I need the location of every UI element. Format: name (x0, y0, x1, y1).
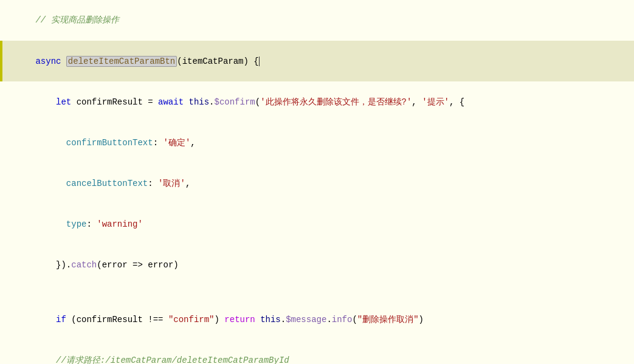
str-9: "confirm" (168, 315, 215, 325)
cursor (259, 57, 260, 66)
cond-9: (confirmResult !== (71, 315, 168, 325)
code-line-5: cancelButtonText: '取消', (0, 163, 634, 204)
var-3: confirmResult = (77, 97, 158, 107)
code-line-4: confirmButtonText: '确定', (0, 123, 634, 163)
paren2-9: ( (352, 315, 357, 325)
code-line-9: if (confirmResult !== "confirm") return … (0, 300, 634, 340)
str-warning: 'warning' (97, 219, 143, 229)
code-content-3: let confirmResult = await this.$confirm(… (2, 81, 634, 122)
code-content-9: if (confirmResult !== "confirm") return … (2, 300, 634, 340)
code-line-8 (0, 286, 634, 299)
msg-method-9: $message (286, 315, 326, 325)
dot2-9: . (326, 315, 331, 325)
code-line-2: async deleteItemCatParamBtn(itemCatParam… (0, 41, 634, 81)
str-3b: '提示' (422, 97, 449, 107)
comma-5: , (185, 179, 190, 188)
close-7: }). (56, 260, 71, 270)
async-keyword: async (35, 57, 66, 66)
code-content-1: // 实现商品删除操作 (2, 0, 634, 41)
return-9: return (224, 315, 260, 325)
let-kw-3: let (56, 97, 77, 107)
info-method: info (332, 315, 353, 325)
code-line-3: let confirmResult = await this.$confirm(… (0, 81, 634, 122)
prop-6: type (66, 219, 87, 229)
code-content-2: async deleteItemCatParamBtn(itemCatParam… (2, 41, 634, 81)
method-confirm: $confirm (215, 97, 255, 107)
code-content-6: type: 'warning' (2, 204, 634, 245)
code-content-5: cancelButtonText: '取消', (2, 163, 634, 204)
prop-5: cancelButtonText (66, 179, 148, 188)
prop-4: confirmButtonText (66, 138, 153, 148)
catch-method: catch (71, 260, 97, 270)
func-name: deleteItemCatParamBtn (66, 56, 177, 67)
comment-1: // 实现商品删除操作 (35, 15, 119, 25)
comma-4: , (190, 138, 195, 148)
comment-10: //请求路径:/itemCatParam/deleteItemCatParamB… (56, 355, 289, 364)
paren-3: ( (255, 97, 260, 107)
dot-9: . (281, 315, 286, 325)
str-3a: '此操作将永久删除该文件，是否继续?' (260, 97, 412, 107)
await-kw-3: await (158, 97, 188, 107)
code-line-6: type: 'warning' (0, 204, 634, 245)
str-4: '确定' (163, 138, 190, 148)
dot-3: . (209, 97, 214, 107)
code-content-8 (2, 286, 634, 299)
code-content-10: //请求路径:/itemCatParam/deleteItemCatParamB… (2, 340, 634, 364)
code-content-7: }).catch(error => error) (2, 245, 634, 286)
comma-3: , (412, 97, 422, 107)
colon-4: : (153, 138, 164, 148)
str-info: "删除操作取消" (357, 315, 419, 325)
brace-3: , { (449, 97, 464, 107)
code-line-1: // 实现商品删除操作 (0, 0, 634, 41)
code-editor: // 实现商品删除操作 async deleteItemCatParamBtn(… (0, 0, 634, 364)
str-5: '取消' (158, 179, 185, 188)
code-content-4: confirmButtonText: '确定', (2, 123, 634, 163)
colon-5: : (148, 179, 158, 188)
if-kw-9: if (56, 315, 71, 325)
this-3: this (188, 97, 209, 107)
params: (itemCatParam) { (177, 57, 258, 66)
code-line-10: //请求路径:/itemCatParam/deleteItemCatParamB… (0, 340, 634, 364)
paren-9: ) (215, 315, 225, 325)
colon-6: : (86, 219, 97, 229)
arrow-7: (error => error) (97, 260, 178, 270)
close-9: ) (419, 315, 424, 325)
code-line-7: }).catch(error => error) (0, 245, 634, 286)
this-9: this (260, 315, 281, 325)
